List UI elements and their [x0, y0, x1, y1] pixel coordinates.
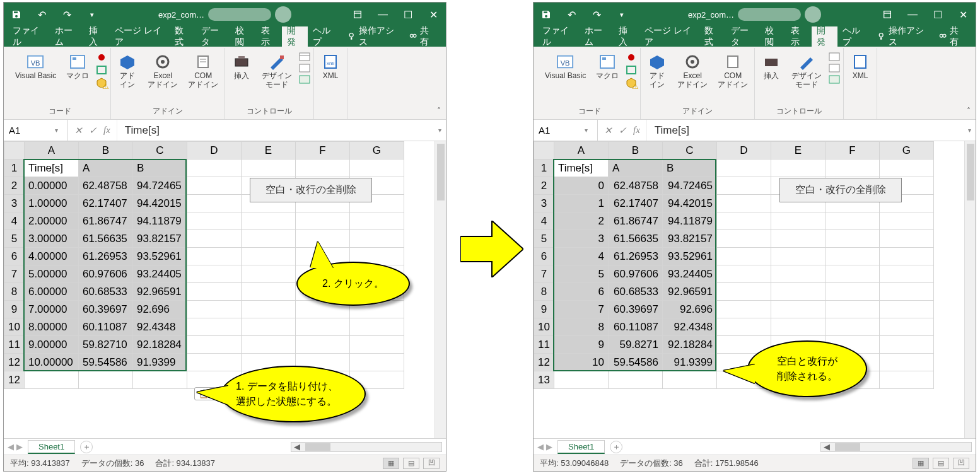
properties-icon[interactable]	[828, 52, 841, 62]
cell[interactable]	[771, 265, 825, 283]
cell[interactable]: 92.4348	[132, 318, 187, 336]
sheet-nav-next-icon[interactable]: ▶	[546, 442, 552, 451]
tab-help[interactable]: ヘルプ	[308, 26, 342, 47]
cell[interactable]	[241, 301, 295, 318]
tab-file[interactable]: ファイル	[537, 26, 580, 47]
cell[interactable]	[187, 248, 241, 265]
maximize-icon[interactable]: ☐	[925, 3, 950, 26]
cell[interactable]	[716, 212, 771, 230]
cell[interactable]: 60.97606	[608, 265, 662, 283]
cell[interactable]	[716, 177, 771, 195]
row-header[interactable]: 2	[4, 177, 25, 195]
cell[interactable]	[716, 283, 771, 301]
cell[interactable]: 6	[554, 283, 608, 301]
row-header[interactable]: 5	[4, 230, 25, 248]
macro-button[interactable]: マクロ	[62, 52, 93, 82]
tab-home[interactable]: ホーム	[580, 26, 614, 47]
cell[interactable]	[241, 318, 295, 336]
cell[interactable]: 8.00000	[24, 318, 78, 336]
cell[interactable]: 91.9399	[132, 354, 187, 371]
cell[interactable]	[771, 301, 825, 318]
row-header[interactable]: 6	[534, 248, 554, 265]
cell[interactable]: 1.00000	[24, 195, 78, 212]
tab-developer[interactable]: 開発	[282, 26, 308, 47]
cell[interactable]: Time[s]	[24, 160, 78, 177]
macro-security-icon[interactable]	[625, 77, 638, 88]
cell[interactable]	[349, 318, 404, 336]
cell[interactable]	[241, 248, 295, 265]
row-header[interactable]: 8	[4, 283, 25, 301]
cell[interactable]	[295, 212, 349, 230]
cell[interactable]: B	[662, 160, 716, 177]
cell[interactable]	[825, 212, 879, 230]
cell[interactable]	[295, 318, 349, 336]
cell[interactable]: 59.54586	[608, 354, 662, 371]
column-header[interactable]: E	[771, 142, 825, 160]
tab-page-layout[interactable]: ページ レイア	[110, 26, 170, 47]
cell[interactable]: 94.72465	[662, 177, 716, 195]
vertical-scrollbar[interactable]	[964, 141, 976, 438]
cell[interactable]: 62.17407	[78, 195, 132, 212]
undo-icon[interactable]: ↶	[29, 3, 54, 26]
collapse-ribbon-icon[interactable]: ˄	[437, 107, 441, 115]
row-header[interactable]: 5	[534, 230, 554, 248]
row-header[interactable]: 9	[534, 301, 554, 318]
cell[interactable]	[241, 283, 295, 301]
row-header[interactable]: 7	[534, 265, 554, 283]
view-normal-icon[interactable]: ▦	[383, 458, 399, 469]
tab-data[interactable]: データ	[726, 26, 760, 47]
cell[interactable]: 92.696	[132, 301, 187, 318]
excel-addins-button[interactable]: Excel アドイン	[144, 52, 182, 91]
cell[interactable]: A	[608, 160, 662, 177]
cell[interactable]: 5.00000	[24, 265, 78, 283]
row-header[interactable]: 11	[534, 336, 554, 354]
column-header[interactable]: E	[241, 142, 295, 160]
expand-formula-bar-icon[interactable]: ▾	[963, 120, 976, 141]
horizontal-scrollbar[interactable]: ◀	[291, 442, 442, 452]
cell[interactable]: 93.52961	[662, 248, 716, 265]
cell[interactable]: 60.97606	[78, 265, 132, 283]
row-header[interactable]: 12	[4, 371, 25, 389]
cell[interactable]: 4	[554, 248, 608, 265]
cell[interactable]	[241, 230, 295, 248]
cell[interactable]	[771, 160, 825, 177]
row-header[interactable]: 10	[4, 318, 25, 336]
view-page-layout-icon[interactable]: ▤	[403, 458, 419, 469]
cell[interactable]: 94.42015	[662, 195, 716, 212]
cell[interactable]: 61.26953	[608, 248, 662, 265]
cell[interactable]	[349, 212, 404, 230]
macro-delete-spaces-button[interactable]: 空白・改行の全削除	[250, 178, 372, 202]
formula-input[interactable]: Time[s]	[647, 120, 963, 141]
cell[interactable]: 93.24405	[662, 265, 716, 283]
macro-delete-spaces-button[interactable]: 空白・改行の全削除	[779, 178, 902, 202]
select-all-corner[interactable]	[4, 142, 25, 160]
column-header[interactable]: F	[295, 142, 349, 160]
cell[interactable]	[349, 354, 404, 371]
addins-button[interactable]: アド イン	[643, 52, 671, 91]
row-header[interactable]: 4	[4, 212, 25, 230]
column-header[interactable]: B	[78, 142, 132, 160]
cell[interactable]: 59.82710	[78, 336, 132, 354]
macro-button[interactable]: マクロ	[592, 52, 622, 82]
cell[interactable]: 4.00000	[24, 248, 78, 265]
cell[interactable]: 93.82157	[662, 230, 716, 248]
cell[interactable]: 91.9399	[662, 354, 716, 371]
view-code-icon[interactable]	[828, 63, 841, 73]
visual-basic-button[interactable]: VB Visual Basic	[11, 52, 60, 82]
tab-help[interactable]: ヘルプ	[837, 26, 872, 47]
expand-formula-bar-icon[interactable]: ▾	[433, 120, 446, 141]
cell[interactable]: 61.86747	[608, 212, 662, 230]
column-header[interactable]: C	[662, 142, 716, 160]
tab-tell-me[interactable]: 操作アシス	[342, 26, 403, 47]
cell[interactable]: 10.00000	[24, 354, 78, 371]
relative-ref-icon[interactable]	[625, 64, 638, 76]
cell[interactable]	[879, 371, 933, 389]
cell[interactable]	[879, 212, 933, 230]
cell[interactable]: 61.56635	[78, 230, 132, 248]
tab-home[interactable]: ホーム	[50, 26, 84, 47]
new-sheet-button[interactable]: ＋	[80, 441, 93, 453]
tab-tell-me[interactable]: 操作アシス	[872, 26, 933, 47]
new-sheet-button[interactable]: ＋	[610, 441, 622, 453]
view-code-icon[interactable]	[298, 63, 311, 73]
cell[interactable]	[825, 248, 879, 265]
